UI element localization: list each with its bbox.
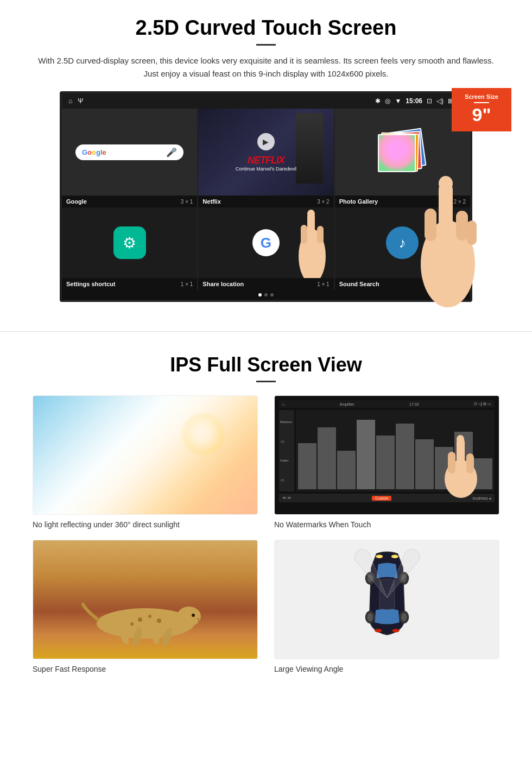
- share-app-name: Share location: [202, 281, 244, 287]
- feature-amplifier-label: No Watermarks When Touch: [274, 520, 499, 529]
- wifi-icon: ▼: [395, 97, 401, 105]
- feature-car: Large Viewing Angle: [274, 540, 499, 673]
- google-app-size: 3 × 1: [181, 199, 193, 205]
- settings-icon: ⚙: [113, 226, 146, 259]
- badge-divider: [474, 102, 489, 103]
- svg-point-32: [192, 614, 195, 617]
- feature-amplifier: ⌂ Amplifier 17:33 ⊡ ◁) ⊠ ▭ Balance ◁) Fa…: [274, 395, 499, 529]
- sound-icon: ♪: [386, 226, 419, 259]
- svg-rect-18: [448, 452, 455, 474]
- share-location-cell[interactable]: G: [198, 207, 333, 290]
- google-label: Google 3 × 1: [62, 195, 197, 207]
- svg-point-44: [392, 629, 399, 633]
- svg-point-21: [177, 607, 201, 626]
- maps-g-letter: G: [261, 235, 271, 251]
- feature-sunlight: No light reflecting under 360° direct su…: [33, 395, 258, 529]
- feature-car-label: Large Viewing Angle: [274, 665, 499, 673]
- status-bar: ⌂ Ψ ✱ ◎ ▼ 15:06 ⊡ ◁) ⊠ ▭: [62, 93, 470, 109]
- device-container: Screen Size 9" ⌂ Ψ ✱ ◎ ▼ 15:06 ⊡ ◁) ⊠: [60, 91, 472, 302]
- feature-cheetah: Super Fast Response: [33, 540, 258, 673]
- amp-bar-1: [298, 443, 316, 489]
- dot-1: [258, 293, 262, 297]
- mic-icon: 🎤: [166, 147, 177, 157]
- feature-sunlight-label: No light reflecting under 360° direct su…: [33, 520, 258, 529]
- photo-flower: [379, 135, 415, 171]
- photo-card-4: [378, 134, 416, 172]
- amp-bar-3: [337, 451, 356, 489]
- maps-g-logo: G: [252, 229, 280, 256]
- badge-label: Screen Size: [456, 93, 507, 100]
- svg-point-40: [401, 613, 407, 622]
- gallery-app-name: Photo Gallery: [339, 198, 378, 205]
- google-search-bar[interactable]: Google 🎤: [75, 144, 183, 160]
- title-divider: [256, 44, 276, 46]
- feature-car-img: [274, 540, 499, 659]
- share-app-size: 1 × 1: [317, 281, 330, 287]
- sound-cell-content: ♪: [335, 207, 470, 278]
- app-grid-row2: ⚙ Settings shortcut 1 × 1: [62, 207, 470, 290]
- section2-divider: [256, 381, 276, 382]
- feature-sunlight-img: [33, 395, 258, 515]
- svg-point-41: [376, 554, 383, 558]
- usb-icon: Ψ: [78, 97, 83, 105]
- svg-point-36: [367, 613, 372, 622]
- netflix-logo: NETFLIX: [248, 155, 284, 166]
- google-cell-content: Google 🎤: [62, 109, 197, 195]
- svg-point-31: [130, 622, 134, 626]
- feature-amplifier-img: ⌂ Amplifier 17:33 ⊡ ◁) ⊠ ▭ Balance ◁) Fa…: [274, 395, 499, 515]
- settings-cell-content: ⚙: [62, 207, 197, 278]
- google-app-name: Google: [66, 198, 87, 205]
- home-icon: ⌂: [68, 97, 72, 105]
- amp-custom-btn: Custom: [372, 496, 391, 501]
- svg-point-17: [457, 435, 464, 444]
- section1-description: With 2.5D curved-display screen, this de…: [33, 54, 499, 80]
- share-cell-content: G: [198, 207, 333, 278]
- amp-title: Amplifier: [340, 402, 354, 406]
- cheetah-svg: [75, 594, 216, 648]
- maps-logo-wrapper: G: [252, 229, 280, 256]
- settings-app-name: Settings shortcut: [66, 281, 115, 287]
- svg-point-4: [307, 210, 315, 218]
- svg-rect-6: [317, 226, 324, 243]
- netflix-app-cell[interactable]: ▶ NETFLIX Continue Marvel's Daredevil Ne…: [198, 109, 333, 207]
- gallery-app-cell[interactable]: Photo Gallery 2 × 2: [335, 109, 470, 207]
- status-time: 15:06: [406, 97, 422, 105]
- amp-top-bar: ⌂ Amplifier 17:33 ⊡ ◁) ⊠ ▭: [279, 400, 495, 408]
- svg-point-42: [391, 554, 398, 558]
- sound-search-cell[interactable]: ♪ Sound Search 1 × 1: [335, 207, 470, 290]
- google-app-cell[interactable]: Google 🎤 Google 3 × 1: [62, 109, 197, 207]
- badge-size: 9": [472, 104, 491, 125]
- svg-point-30: [157, 619, 161, 623]
- status-right-icons: ✱ ◎ ▼ 15:06 ⊡ ◁) ⊠ ▭: [375, 97, 464, 105]
- amp-bar-4: [357, 420, 375, 489]
- section-ips: IPS Full Screen View No light reflecting…: [0, 348, 532, 690]
- amp-time: 17:33: [409, 402, 419, 406]
- amp-hand-svg: [439, 433, 483, 498]
- netflix-play-button[interactable]: ▶: [257, 133, 275, 150]
- feature-cheetah-label: Super Fast Response: [33, 665, 258, 673]
- gallery-app-size: 2 × 2: [453, 199, 466, 205]
- car-top-view-svg: [352, 545, 422, 654]
- netflix-label: Netflix 3 × 2: [198, 195, 333, 207]
- gallery-cell-content: [335, 109, 470, 195]
- svg-point-43: [375, 629, 382, 633]
- hand-pointing-svg: [288, 207, 334, 278]
- svg-rect-3: [307, 224, 315, 240]
- bluetooth-icon: ✱: [375, 97, 381, 105]
- photo-stack: [378, 128, 427, 176]
- sunlight-gradient: [33, 396, 257, 514]
- google-logo: Google: [82, 148, 106, 156]
- amp-icons: ⊡ ◁) ⊠ ▭: [474, 402, 491, 406]
- sound-app-size: 1 × 1: [453, 281, 466, 287]
- section-curved-screen: 2.5D Curved Touch Screen With 2.5D curve…: [0, 0, 532, 315]
- svg-point-29: [148, 615, 151, 618]
- settings-app-cell[interactable]: ⚙ Settings shortcut 1 × 1: [62, 207, 197, 290]
- amp-labels: Balance ◁) Fader ◁): [279, 410, 294, 491]
- settings-app-size: 1 × 1: [181, 281, 193, 287]
- feature-grid: No light reflecting under 360° direct su…: [33, 395, 499, 673]
- camera-icon: ⊡: [427, 97, 432, 105]
- dot-2: [264, 293, 268, 297]
- volume-icon: ◁): [436, 97, 444, 105]
- pagination-dots: [62, 290, 470, 300]
- app-grid: Google 🎤 Google 3 × 1: [62, 109, 470, 207]
